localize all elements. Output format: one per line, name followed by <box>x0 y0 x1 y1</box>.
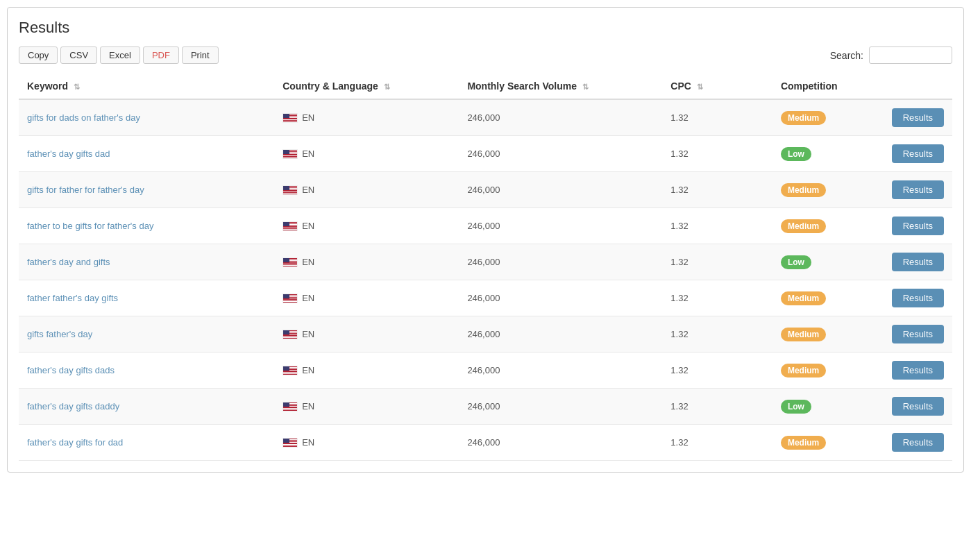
action-cell: Results <box>884 244 952 280</box>
sort-icon-cpc: ⇅ <box>697 83 703 92</box>
competition-badge: Low <box>781 147 811 161</box>
competition-cell: Medium <box>772 425 884 461</box>
country-cell: EN <box>274 172 459 208</box>
flag-icon <box>282 294 298 303</box>
sort-icon-volume: ⇅ <box>582 83 589 92</box>
table-row: father father's day giftsEN246,0001.32Me… <box>19 280 952 316</box>
col-header-competition: Competition <box>772 74 884 99</box>
sort-icon-country: ⇅ <box>384 83 390 92</box>
results-button[interactable]: Results <box>892 108 944 127</box>
flag-icon <box>282 402 298 411</box>
language-label: EN <box>302 112 314 123</box>
competition-cell: Low <box>772 389 884 425</box>
competition-badge: Medium <box>781 328 826 341</box>
competition-cell: Medium <box>772 172 884 208</box>
table-row: gifts for dads on father's dayEN246,0001… <box>19 99 952 136</box>
copy-button[interactable]: Copy <box>19 46 58 64</box>
volume-cell: 246,000 <box>459 389 662 425</box>
language-label: EN <box>302 149 314 159</box>
action-cell: Results <box>884 208 952 244</box>
table-body: gifts for dads on father's dayEN246,0001… <box>19 99 952 461</box>
competition-badge: Low <box>781 400 811 414</box>
col-header-cpc: CPC ⇅ <box>662 74 772 99</box>
table-row: father's day gifts dadEN246,0001.32LowRe… <box>19 136 952 172</box>
action-cell: Results <box>884 136 952 172</box>
table-row: father's day gifts dadsEN246,0001.32Medi… <box>19 353 952 389</box>
keyword-cell: father's day and gifts <box>19 244 274 280</box>
pdf-button[interactable]: PDF <box>143 46 179 64</box>
results-button[interactable]: Results <box>892 217 944 235</box>
action-cell: Results <box>884 99 952 136</box>
main-container: Results Copy CSV Excel PDF Print Search:… <box>7 7 964 473</box>
flag-icon <box>282 185 298 195</box>
results-button[interactable]: Results <box>892 180 944 199</box>
volume-cell: 246,000 <box>459 208 662 244</box>
competition-badge: Medium <box>781 436 826 450</box>
action-cell: Results <box>884 280 952 316</box>
keyword-cell: father's day gifts dads <box>19 353 274 389</box>
excel-button[interactable]: Excel <box>100 46 140 64</box>
results-button[interactable]: Results <box>892 325 944 343</box>
language-label: EN <box>302 329 314 339</box>
competition-badge: Medium <box>781 183 826 197</box>
cpc-cell: 1.32 <box>662 99 772 136</box>
volume-cell: 246,000 <box>459 99 662 136</box>
competition-badge: Medium <box>781 291 826 305</box>
volume-cell: 246,000 <box>459 425 662 461</box>
table-row: gifts for father for father's dayEN246,0… <box>19 172 952 208</box>
language-label: EN <box>302 437 314 448</box>
action-cell: Results <box>884 316 952 353</box>
competition-cell: Medium <box>772 353 884 389</box>
col-header-volume: Monthly Search Volume ⇅ <box>459 74 662 99</box>
flag-icon <box>282 257 298 267</box>
action-cell: Results <box>884 425 952 461</box>
csv-button[interactable]: CSV <box>60 46 97 64</box>
col-header-keyword: Keyword ⇅ <box>19 74 274 99</box>
table-row: father to be gifts for father's dayEN246… <box>19 208 952 244</box>
cpc-cell: 1.32 <box>662 316 772 353</box>
table-row: father's day gifts for dadEN246,0001.32M… <box>19 425 952 461</box>
flag-icon <box>282 149 298 159</box>
language-label: EN <box>302 257 314 267</box>
results-button[interactable]: Results <box>892 433 944 452</box>
flag-icon <box>282 366 298 375</box>
results-button[interactable]: Results <box>892 253 944 271</box>
flag-icon <box>282 438 298 448</box>
results-button[interactable]: Results <box>892 289 944 307</box>
toolbar: Copy CSV Excel PDF Print Search: <box>19 46 952 64</box>
action-cell: Results <box>884 172 952 208</box>
cpc-cell: 1.32 <box>662 353 772 389</box>
print-button[interactable]: Print <box>182 46 219 64</box>
country-cell: EN <box>274 280 459 316</box>
cpc-cell: 1.32 <box>662 244 772 280</box>
competition-badge: Medium <box>781 219 826 233</box>
results-button[interactable]: Results <box>892 397 944 416</box>
table-header: Keyword ⇅ Country & Language ⇅ Monthly S… <box>19 74 952 99</box>
language-label: EN <box>302 293 314 303</box>
keyword-cell: father father's day gifts <box>19 280 274 316</box>
table-row: father's day gifts daddyEN246,0001.32Low… <box>19 389 952 425</box>
cpc-cell: 1.32 <box>662 389 772 425</box>
results-button[interactable]: Results <box>892 361 944 380</box>
country-cell: EN <box>274 353 459 389</box>
keyword-cell: gifts for dads on father's day <box>19 99 274 136</box>
keyword-cell: father's day gifts dad <box>19 136 274 172</box>
competition-cell: Low <box>772 244 884 280</box>
results-table: Keyword ⇅ Country & Language ⇅ Monthly S… <box>19 74 952 461</box>
sort-icon-keyword: ⇅ <box>74 83 80 92</box>
action-cell: Results <box>884 389 952 425</box>
language-label: EN <box>302 185 314 195</box>
volume-cell: 246,000 <box>459 136 662 172</box>
results-button[interactable]: Results <box>892 144 944 163</box>
keyword-cell: father to be gifts for father's day <box>19 208 274 244</box>
volume-cell: 246,000 <box>459 353 662 389</box>
competition-cell: Medium <box>772 280 884 316</box>
volume-cell: 246,000 <box>459 172 662 208</box>
country-cell: EN <box>274 316 459 353</box>
language-label: EN <box>302 365 314 375</box>
competition-cell: Low <box>772 136 884 172</box>
competition-badge: Medium <box>781 364 826 377</box>
search-input[interactable] <box>869 46 952 64</box>
page-title: Results <box>19 19 952 37</box>
competition-cell: Medium <box>772 316 884 353</box>
